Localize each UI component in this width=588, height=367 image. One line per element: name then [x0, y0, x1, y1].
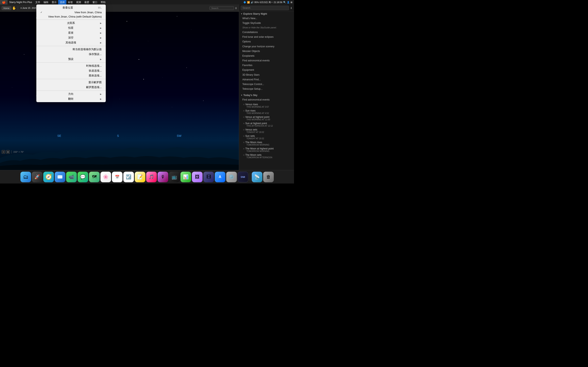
menu-other-options[interactable]: 其他选项 ▶ [36, 40, 106, 45]
menu-display[interactable]: 显示 [50, 0, 58, 4]
panel-download-icon[interactable]: ⬇ [290, 7, 292, 9]
sky-event-moon-rises[interactable]: The Moon rises TOMORROW MORNING [239, 140, 294, 147]
dock-music[interactable]: 🎵 [146, 172, 157, 182]
toolbar: Home ✋ ≡ June 15 2020 CE 21:18 5▸ ⏮ ◀ ⏹ … [0, 4, 239, 12]
dock-launchpad[interactable]: 🚀 [32, 172, 43, 182]
panel-item-messier[interactable]: Messier Objects [239, 49, 294, 54]
app-menu-starry-night[interactable]: Starry Night Pro Plus [8, 0, 34, 4]
menu-chart-options[interactable]: 图表选项... [36, 73, 106, 78]
explore-section-header[interactable]: ▼ Explore Starry Night [239, 12, 294, 16]
main-search-input[interactable] [209, 6, 234, 10]
menu-hour-angle[interactable]: 时角线选项... [36, 63, 106, 68]
menu-stars[interactable]: 恒星 ▶ [36, 25, 106, 30]
volume-icon[interactable]: 🔊 [251, 1, 254, 4]
today-sky-section-header[interactable]: ▼ Today's Sky [239, 93, 294, 98]
panel-item-options[interactable]: Options [239, 39, 294, 44]
menu-select[interactable]: 选择 [58, 0, 66, 4]
menu-direction[interactable]: 方向 ▶ [36, 92, 106, 96]
panel-search-input[interactable] [241, 6, 289, 10]
user-icon[interactable]: 👤 [287, 1, 290, 4]
panel-item-find-astro-events-today[interactable]: Find astronomical events [239, 98, 294, 102]
panel-item-telescope-setup[interactable]: Telescope Setup... [239, 87, 294, 91]
dock-numbers[interactable]: 📊 [181, 172, 191, 182]
submenu-arrow-icon: ▶ [100, 93, 102, 95]
hand-tool-icon[interactable]: ✋ [12, 6, 16, 10]
apple-menu[interactable]: 🍎 [0, 0, 8, 4]
menu-item-label: 星座 [68, 31, 73, 35]
menu-bar: 🍎 Starry Night Pro Plus 文件 编辑 显示 选择 标签 观… [0, 0, 294, 4]
home-button[interactable]: Home [2, 6, 11, 10]
menu-favorites[interactable]: 最爱 [83, 0, 91, 4]
zoom-plus-button[interactable]: + [6, 150, 10, 154]
menu-constellations-item[interactable]: 星座 ▶ [36, 30, 106, 35]
dock-sysprefs[interactable]: ⚙️ [226, 172, 237, 182]
menu-window[interactable]: 窗口 [91, 0, 99, 4]
dock-trash[interactable]: 🗑 [263, 172, 274, 182]
panel-item-change-horizon[interactable]: Change your horizon scenery [239, 44, 294, 49]
panel-item-favorites[interactable]: Favorites [239, 63, 294, 68]
menu-save-as-default[interactable]: 将当前选项储存为默认值 [36, 47, 106, 52]
menu-help[interactable]: 帮助 [99, 0, 107, 4]
menu-observe[interactable]: 观测 [75, 0, 83, 4]
panel-item-exoplanets[interactable]: Exoplanets [239, 54, 294, 58]
sky-event-venus-sets[interactable]: Venus sets TONIGHT AT 18:02 [239, 128, 294, 134]
sky-event-moon-highest[interactable]: The Moon at highest point TOMORROW MORNI… [239, 147, 294, 153]
menu-file[interactable]: 文件 [34, 0, 42, 4]
menu-deep-sky[interactable]: 深空 ▶ [36, 35, 106, 40]
panel-item-whats-new[interactable]: What's New... [239, 16, 294, 21]
dock-safari[interactable]: 🧭 [43, 172, 54, 182]
download-icon[interactable]: ⬇ [235, 7, 237, 10]
menu-flip[interactable]: 翻转 ▶ [36, 96, 106, 101]
dock-notes[interactable]: 📝 [135, 172, 145, 182]
dock-appstore[interactable]: A [215, 172, 225, 182]
sky-event-venus-highest[interactable]: Venus at highest point THIS MORNING AT 1… [239, 115, 294, 121]
panel-item-telescope-control[interactable]: Telescope Control... [239, 82, 294, 87]
menu-tags[interactable]: 标签 [66, 0, 75, 4]
dock-finder[interactable]: 🗂 [20, 172, 31, 182]
menu-orbit-options[interactable]: 轨道选项... [36, 68, 106, 73]
panel-item-3d-binary[interactable]: 3D Binary Stars [239, 73, 294, 77]
panel-item-find-astro-events-explore[interactable]: Find astronomical events [239, 58, 294, 63]
dock-facetime[interactable]: 📹 [66, 172, 77, 182]
menu-view-location[interactable]: 查看位置 ⌘L [36, 5, 106, 10]
sky-event-venus-rises[interactable]: Venus rises THIS MORNING AT 3:57 [239, 102, 294, 109]
spotlight-icon[interactable]: 🔍 [283, 1, 286, 4]
panel-item-equipment[interactable]: Equipment [239, 68, 294, 72]
menu-save-preset[interactable]: 保存预设... [36, 52, 106, 57]
menu-solar-system[interactable]: 太阳系 ▶ [36, 21, 106, 25]
bluetooth-icon[interactable]: 🔷 [243, 1, 246, 4]
sky-event-sun-highest[interactable]: Sun at highest point THIS AFTERNOON AT 1… [239, 121, 294, 128]
menu-milkyway-options[interactable]: 郦罗图选项... [36, 85, 106, 90]
panel-item-find-eclipses[interactable]: Find lunar and solar eclipses [239, 35, 294, 39]
menu-presets[interactable]: 预设 ▶ [36, 57, 106, 62]
dock-calendar[interactable]: 📅 [112, 172, 122, 182]
dock-reminders[interactable]: ☑️ [123, 172, 134, 182]
menu-view-from-jinan-default[interactable]: View from Jinan, China (with Default Opt… [36, 15, 106, 19]
dock-mail[interactable]: ✉️ [55, 172, 65, 182]
dock-photos[interactable]: 🌸 [100, 172, 111, 182]
dock-keynote[interactable]: 🎞 [203, 172, 214, 182]
submenu-arrow-icon: ▶ [100, 32, 102, 34]
dock-messages[interactable]: 💬 [78, 172, 88, 182]
control-center-icon[interactable]: ⊞ [291, 1, 292, 4]
dock-maps[interactable]: 🗺 [89, 172, 100, 182]
sky-event-moon-sets[interactable]: The Moon sets TOMORROW AFTERNOON [239, 153, 294, 159]
star [163, 77, 163, 77]
dock-tv[interactable]: 📺 [169, 172, 180, 182]
dock-airdrop[interactable]: 📡 [252, 172, 262, 182]
dock-preview[interactable]: 🖼 [192, 172, 203, 182]
dock-podcasts[interactable]: 🎙 [158, 172, 168, 182]
sky-event-moon-sets-title: The Moon sets [243, 154, 291, 156]
zoom-minus-button[interactable]: − [2, 150, 5, 154]
menu-edit[interactable]: 编辑 [42, 0, 50, 4]
menu-view-from-jinan[interactable]: View from Jinan, China [36, 10, 106, 15]
panel-item-constellations[interactable]: Constellations [239, 30, 294, 35]
wifi-icon[interactable]: 📶 [247, 1, 250, 4]
menu-show-milkyway[interactable]: 显示郦罗图 [36, 80, 106, 85]
sky-event-sun-sets[interactable]: Sun sets TONIGHT AT 19:32 [239, 134, 294, 140]
sky-event-sun-rises[interactable]: Sun rises THIS MORNING AT 4:52 [239, 109, 294, 115]
panel-item-toggle-skyguide[interactable]: Toggle SkyGuide [239, 21, 294, 25]
dock-sn8[interactable]: SN8 [238, 172, 248, 182]
star [139, 59, 139, 60]
panel-item-advanced-find[interactable]: Advanced Find... [239, 77, 294, 82]
